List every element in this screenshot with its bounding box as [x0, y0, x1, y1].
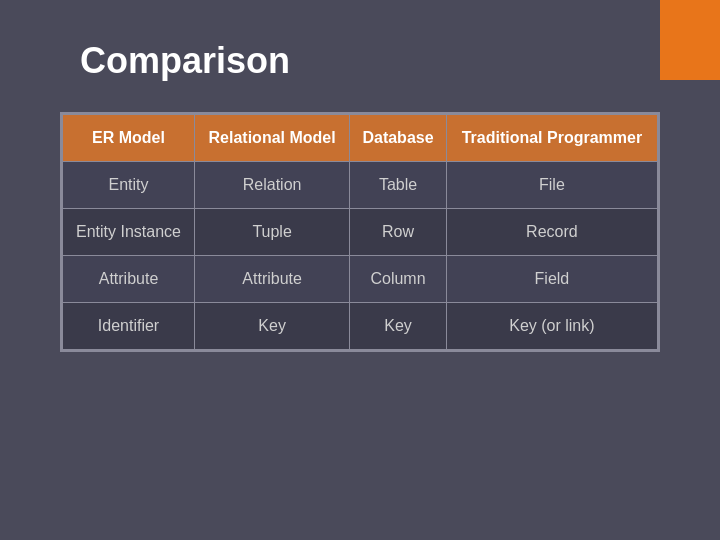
header-traditional-programmer: Traditional Programmer: [446, 115, 657, 162]
header-database: Database: [350, 115, 447, 162]
table-header-row: ER Model Relational Model Database Tradi…: [63, 115, 658, 162]
table-cell-r1-c2: Row: [350, 209, 447, 256]
table-cell-r3-c0: Identifier: [63, 303, 195, 350]
table-cell-r2-c2: Column: [350, 256, 447, 303]
table-cell-r2-c1: Attribute: [195, 256, 350, 303]
header-er-model: ER Model: [63, 115, 195, 162]
table-cell-r0-c0: Entity: [63, 162, 195, 209]
table-cell-r1-c0: Entity Instance: [63, 209, 195, 256]
table-cell-r2-c3: Field: [446, 256, 657, 303]
table-cell-r3-c2: Key: [350, 303, 447, 350]
table-row: EntityRelationTableFile: [63, 162, 658, 209]
table-cell-r2-c0: Attribute: [63, 256, 195, 303]
table-row: IdentifierKeyKeyKey (or link): [63, 303, 658, 350]
page-title: Comparison: [0, 0, 720, 112]
table-row: Entity InstanceTupleRowRecord: [63, 209, 658, 256]
orange-accent-decoration: [660, 0, 720, 80]
comparison-table-container: ER Model Relational Model Database Tradi…: [60, 112, 660, 352]
table-cell-r3-c3: Key (or link): [446, 303, 657, 350]
table-cell-r1-c1: Tuple: [195, 209, 350, 256]
comparison-table: ER Model Relational Model Database Tradi…: [62, 114, 658, 350]
table-cell-r1-c3: Record: [446, 209, 657, 256]
header-relational-model: Relational Model: [195, 115, 350, 162]
table-cell-r3-c1: Key: [195, 303, 350, 350]
table-cell-r0-c3: File: [446, 162, 657, 209]
table-cell-r0-c2: Table: [350, 162, 447, 209]
table-cell-r0-c1: Relation: [195, 162, 350, 209]
table-row: AttributeAttributeColumnField: [63, 256, 658, 303]
